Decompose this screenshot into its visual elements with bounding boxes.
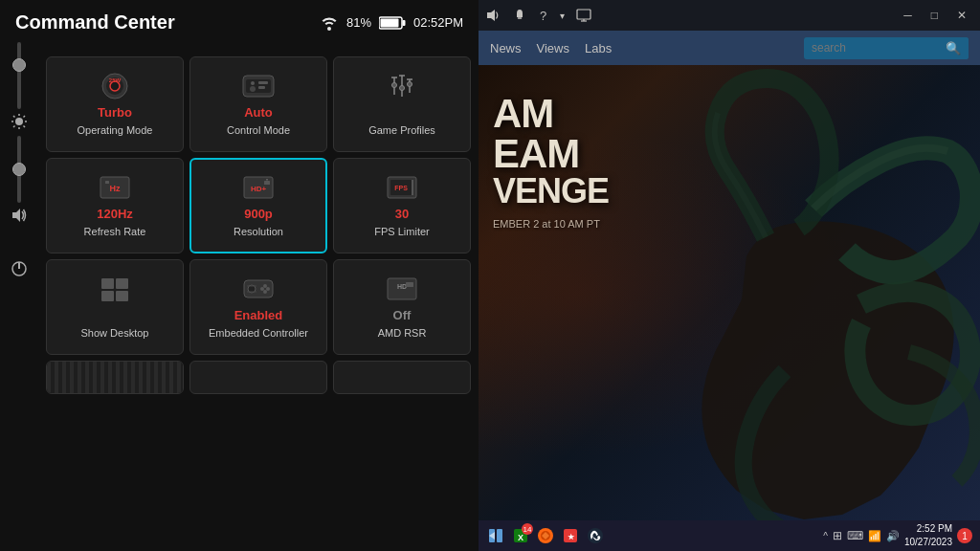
steam-panel: ? ▾ ─ □ ✕ News Views Labs 🔍 bbox=[479, 0, 980, 551]
svg-text:X: X bbox=[518, 533, 523, 542]
control-mode-value: Auto bbox=[244, 105, 273, 120]
control-mode-tile[interactable]: Auto Control Mode bbox=[189, 56, 327, 152]
wifi-tray-icon: 📶 bbox=[868, 530, 881, 542]
search-input[interactable] bbox=[804, 37, 938, 58]
nav-labs[interactable]: Labs bbox=[585, 41, 612, 55]
game-title-1: AM bbox=[493, 94, 609, 134]
badge-14: 14 bbox=[522, 523, 533, 535]
power-icon[interactable] bbox=[2, 252, 36, 286]
svg-line-10 bbox=[24, 116, 26, 118]
search-button[interactable]: 🔍 bbox=[938, 37, 969, 59]
tray-caret[interactable]: ^ bbox=[823, 531, 828, 541]
embedded-controller-tile[interactable]: Enabled Embedded Controller bbox=[189, 259, 327, 355]
dropdown-icon: ▾ bbox=[560, 11, 565, 21]
svg-rect-67 bbox=[497, 529, 502, 542]
show-desktop-tile[interactable]: — Show Desktop bbox=[46, 259, 184, 355]
svg-rect-44 bbox=[412, 180, 413, 195]
brightness-icon bbox=[2, 104, 36, 139]
clock-time: 2:52 PM bbox=[904, 522, 952, 536]
turbo-value: Turbo bbox=[98, 105, 132, 120]
speaker-icon bbox=[486, 9, 501, 22]
taskbar-icon-3[interactable] bbox=[536, 526, 555, 545]
game-profiles-tile[interactable]: — Game Profiles bbox=[333, 56, 471, 152]
brightness-slider[interactable] bbox=[17, 42, 21, 109]
embedded-controller-value: Enabled bbox=[234, 308, 283, 322]
monitor-icon bbox=[576, 9, 591, 22]
show-desktop-label: Show Desktop bbox=[81, 326, 149, 340]
taskbar-icon-1[interactable] bbox=[486, 526, 505, 545]
svg-point-22 bbox=[251, 81, 255, 85]
svg-point-53 bbox=[260, 287, 264, 291]
game-title-3: VENGE bbox=[493, 174, 609, 209]
tray-icon-1: ⊞ bbox=[833, 529, 842, 542]
refresh-rate-icon: Hz bbox=[96, 172, 134, 203]
game-release-date: EMBER 2 at 10 AM PT bbox=[493, 218, 609, 230]
embedded-controller-label: Embedded Controller bbox=[209, 326, 308, 340]
fps-limiter-value: 30 bbox=[395, 207, 409, 221]
taskbar-icon-4[interactable]: ★ bbox=[561, 526, 580, 545]
svg-point-51 bbox=[263, 284, 267, 288]
steam-nav: News Views Labs 🔍 bbox=[479, 31, 980, 65]
svg-point-54 bbox=[266, 287, 270, 291]
svg-rect-48 bbox=[116, 291, 128, 301]
refresh-rate-value: 120Hz bbox=[97, 207, 133, 221]
svg-point-74 bbox=[588, 528, 603, 543]
cc-header: Command Center 81% 02:52PM bbox=[0, 0, 479, 45]
tb-right: ─ □ ✕ bbox=[898, 7, 972, 24]
taskbar-icon-5[interactable] bbox=[586, 526, 605, 545]
game-profiles-icon bbox=[383, 71, 421, 101]
restore-btn[interactable]: □ bbox=[925, 7, 944, 24]
system-tray: ^ ⊞ ⌨ 📶 🔊 2:52 PM 10/27/2023 1 bbox=[823, 522, 972, 549]
refresh-rate-tile[interactable]: Hz 120Hz Refresh Rate bbox=[46, 158, 184, 253]
svg-rect-45 bbox=[101, 278, 114, 289]
game-profiles-value: — bbox=[396, 105, 409, 120]
turbo-mode-tile[interactable]: 25W Turbo Operating Mode bbox=[46, 56, 184, 152]
nav-views[interactable]: Views bbox=[537, 41, 569, 55]
fps-limiter-label: FPS Limiter bbox=[374, 225, 429, 238]
svg-text:Hz: Hz bbox=[110, 184, 121, 193]
svg-point-33 bbox=[408, 82, 412, 87]
minimize-btn[interactable]: ─ bbox=[898, 7, 918, 24]
volume-icon bbox=[2, 198, 36, 232]
show-desktop-icon bbox=[96, 274, 134, 304]
svg-text:HD: HD bbox=[397, 283, 407, 290]
game-title-area: AM EAM VENGE EMBER 2 at 10 AM PT bbox=[493, 94, 609, 230]
game-title-2: EAM bbox=[493, 134, 609, 174]
volume-tray-icon: 🔊 bbox=[886, 530, 900, 542]
svg-text:★: ★ bbox=[568, 533, 575, 541]
volume-slider[interactable] bbox=[17, 136, 21, 203]
svg-rect-24 bbox=[258, 86, 265, 89]
svg-line-8 bbox=[13, 116, 15, 118]
resolution-value: 900p bbox=[244, 207, 273, 221]
bell-icon bbox=[513, 9, 526, 22]
amd-rsr-label: AMD RSR bbox=[378, 326, 427, 340]
steam-titlebar: ? ▾ ─ □ ✕ bbox=[479, 0, 980, 31]
svg-rect-62 bbox=[577, 10, 590, 19]
svg-rect-39 bbox=[264, 181, 270, 185]
amd-rsr-tile[interactable]: HD Off AMD RSR bbox=[333, 259, 471, 355]
cc-header-right: 81% 02:52PM bbox=[320, 15, 463, 31]
resolution-label: Resolution bbox=[234, 225, 283, 238]
clock-date: 10/27/2023 bbox=[904, 536, 952, 549]
svg-rect-2 bbox=[380, 18, 398, 27]
nav-news[interactable]: News bbox=[490, 41, 522, 55]
close-btn[interactable]: ✕ bbox=[951, 7, 972, 24]
search-bar: 🔍 bbox=[804, 37, 969, 59]
notification-badge[interactable]: 1 bbox=[957, 528, 972, 543]
svg-line-11 bbox=[13, 126, 15, 128]
amd-rsr-icon: HD bbox=[383, 274, 421, 304]
game-banner-area: AM EAM VENGE EMBER 2 at 10 AM PT bbox=[479, 65, 980, 524]
battery-percent: 81% bbox=[346, 15, 371, 30]
svg-marker-12 bbox=[12, 209, 20, 222]
svg-rect-23 bbox=[258, 81, 268, 84]
clock: 02:52PM bbox=[413, 15, 463, 30]
svg-point-52 bbox=[263, 290, 267, 294]
fps-limiter-tile[interactable]: FPS 30 FPS Limiter bbox=[333, 158, 471, 253]
resolution-tile[interactable]: HD+ 900p Resolution bbox=[189, 158, 327, 253]
battery-icon bbox=[379, 16, 406, 30]
svg-point-32 bbox=[400, 86, 405, 91]
svg-point-31 bbox=[392, 83, 397, 88]
embedded-controller-icon bbox=[239, 274, 278, 304]
taskbar-icon-2[interactable]: X 14 bbox=[511, 526, 530, 545]
tb-left: ? ▾ bbox=[486, 9, 591, 23]
